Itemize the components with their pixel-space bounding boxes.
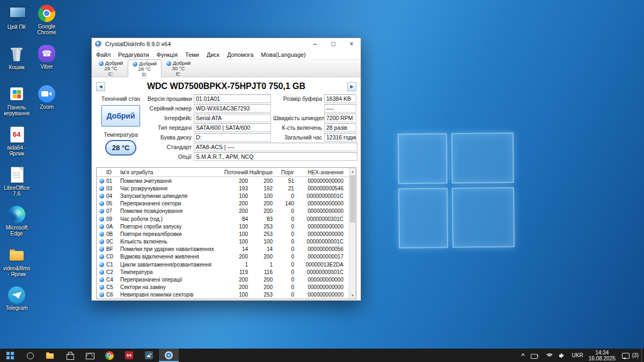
window-titlebar[interactable]: CrystalDiskInfo 8.9.0 x64 – □ × <box>92 38 361 50</box>
desktop-icon-zoom[interactable]: Zoom <box>32 84 61 124</box>
clock[interactable]: 14:34 16.08.2025 <box>586 349 618 362</box>
chrome-icon <box>38 5 55 22</box>
taskbar-store-button[interactable] <box>60 349 79 362</box>
desktop-icon-chrome[interactable]: Google Chrome <box>32 3 61 43</box>
health-dot-icon <box>99 270 104 275</box>
drive-tab-C[interactable]: Добрий29 °CC: <box>94 60 128 77</box>
notification-icon <box>621 351 630 360</box>
temperature-label: Температура <box>96 131 145 138</box>
desktop-icon-label: Google Chrome <box>32 24 61 35</box>
menu-item-1[interactable]: Редагувати <box>114 50 153 59</box>
temperature-button[interactable]: 28 °C <box>105 140 136 156</box>
smart-col-id: ID <box>106 169 120 175</box>
menu-item-6[interactable]: Мова(Language) <box>257 50 310 59</box>
health-dot-icon <box>99 262 104 267</box>
disk-model-title: WDC WD7500BPKX-75HPJT0 750,1 GB <box>105 82 347 91</box>
smart-scrollbar[interactable]: ▲ ▼ <box>349 168 356 299</box>
desktop-icon-panel[interactable]: Панель керування <box>1 84 32 124</box>
notification-count: (3) <box>632 349 641 362</box>
drive-letter-label: E: <box>162 71 195 77</box>
tray-vol[interactable] <box>555 349 569 362</box>
field-value: ATA8-ACS | ---- <box>194 143 357 151</box>
taskbar-mail-button[interactable] <box>79 349 99 362</box>
drive-tab-D[interactable]: Добрий28 °CD: <box>128 60 162 77</box>
smart-col-thr: Поріг <box>273 169 294 175</box>
windows-logo-pane <box>451 132 514 183</box>
desktop-icon-libre[interactable]: LibreOffice 7.6 <box>1 164 32 204</box>
minimize-button[interactable]: – <box>306 38 324 50</box>
desktop: Цей ПККошикПанель керуванняaida64 - Ярли… <box>0 0 644 349</box>
desktop-icon-thispc[interactable]: Цей ПК <box>1 3 32 43</box>
desktop-icon-label: Telegram <box>5 305 27 311</box>
desktop-icon-label: Кошик <box>9 64 24 70</box>
store-icon <box>65 351 75 360</box>
taskbar-photos-button[interactable] <box>139 349 159 362</box>
desktop-icon-viber[interactable]: Viber <box>32 43 61 84</box>
tray-wifi[interactable] <box>541 349 555 362</box>
desktop-icon-videofilms[interactable]: video&films - Ярлик <box>1 245 32 285</box>
menu-item-0[interactable]: Файл <box>92 50 114 59</box>
menu-item-4[interactable]: Диск <box>203 50 223 59</box>
desktop-icon-edge[interactable]: Microsoft Edge <box>1 204 32 245</box>
health-dot-icon <box>99 224 104 229</box>
health-dot-icon <box>133 62 137 67</box>
desktop-icon-label: Панель керування <box>2 105 32 116</box>
health-panel: Технічний стан Добрий Температура 28 °C <box>96 94 145 156</box>
hidden-icons-chevron[interactable]: ^ <box>518 349 527 362</box>
taskbar-start-button[interactable] <box>0 349 20 362</box>
menu-item-5[interactable]: Допомога <box>223 50 257 59</box>
health-status-button[interactable]: Добрий <box>101 105 140 127</box>
maximize-button[interactable]: □ <box>324 38 342 50</box>
windows-start-icon <box>5 351 15 360</box>
crystaldiskinfo-window: CrystalDiskInfo 8.9.0 x64 – □ × ФайлРеда… <box>91 38 361 301</box>
language-indicator[interactable]: UKR <box>569 349 586 362</box>
desktop-icon-telegram[interactable]: Telegram <box>1 285 32 325</box>
desktop-icon-aida[interactable]: aida64 - Ярлик <box>1 124 32 164</box>
computer-icon <box>8 5 26 23</box>
taskbar-chrome-button[interactable] <box>99 349 119 362</box>
next-disk-button[interactable]: ▶ <box>347 82 356 91</box>
aida64-icon <box>125 351 133 359</box>
health-dot-icon <box>99 186 104 191</box>
field-value: 28 разів <box>324 123 356 132</box>
desktop-icon-label: Цей ПК <box>8 24 26 30</box>
windows-logo <box>398 132 519 250</box>
field-value: S.M.A.R.T., APM, NCQ <box>194 152 357 161</box>
field-row: Загальний час12316 годин <box>273 132 357 142</box>
menu-item-2[interactable]: Функція <box>153 50 181 59</box>
field-label: Розмір буфера <box>273 95 324 102</box>
smart-row: 09Час роботи (год.)8483000000000301C <box>97 215 356 223</box>
taskbar-aida-button[interactable] <box>119 349 139 362</box>
health-dot-icon <box>99 232 104 237</box>
field-row: СтандартATA8-ACS | ---- <box>148 142 357 152</box>
aida64-icon <box>8 125 26 143</box>
field-row: Серійний номерWD-WX61AC3E7293 <box>148 104 272 113</box>
menu-item-3[interactable]: Теми <box>181 50 203 59</box>
mail-icon <box>85 351 94 360</box>
fields-full: СтандартATA8-ACS | ----ОпціїS.M.A.R.T., … <box>148 142 357 161</box>
close-button[interactable]: × <box>342 38 361 50</box>
smart-row: 01Помилки зчитування20020051000000000000 <box>97 177 356 184</box>
desktop-icon-bin[interactable]: Кошик <box>1 43 32 84</box>
field-value: D: <box>194 133 271 142</box>
prev-disk-button[interactable]: ◀ <box>96 82 105 91</box>
taskbar-cdi-button[interactable] <box>159 349 179 362</box>
action-center-button[interactable] <box>618 349 632 362</box>
field-row: К-сть включень28 разів <box>273 123 357 132</box>
scroll-down-icon[interactable]: ▼ <box>349 292 356 299</box>
tray-batt[interactable] <box>528 349 541 362</box>
smart-row: 0AПовторні спроби запуску100253000000000… <box>97 223 356 230</box>
taskbar-explorer-button[interactable] <box>40 349 60 362</box>
desktop-icon-label: Viber <box>40 64 53 70</box>
smart-row: C6Невиправні помилки секторів10025300000… <box>97 291 356 299</box>
scroll-up-icon[interactable]: ▲ <box>349 168 356 175</box>
show-desktop-button[interactable] <box>641 349 644 362</box>
smart-row: BFПомилки при ударних навантаженнях14140… <box>97 246 356 253</box>
health-dot-icon <box>99 61 104 66</box>
taskbar-search-button[interactable] <box>20 349 40 362</box>
scrollbar-thumb[interactable] <box>350 175 355 223</box>
drive-tab-E[interactable]: Добрий30 °CE: <box>162 60 195 77</box>
field-label: Стандарт <box>148 144 194 150</box>
file-explorer-icon <box>45 351 55 360</box>
telegram-icon <box>8 286 25 304</box>
